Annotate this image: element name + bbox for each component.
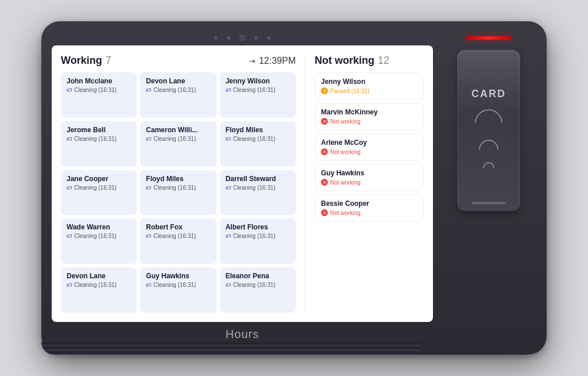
task-label: Cleaning (16:31) [74, 136, 117, 142]
employee-card[interactable]: Darrell Steward 🏷 Cleaning (16:31) [220, 170, 296, 216]
employee-card[interactable]: John Mcclane 🏷 Cleaning (16:31) [61, 72, 137, 118]
tag-icon: 🏷 [146, 233, 152, 239]
tag-icon: 🏷 [146, 87, 152, 93]
task-label: Cleaning (16:31) [74, 233, 117, 239]
status-dot: ⏸ [321, 87, 328, 94]
tag-icon: 🏷 [226, 136, 231, 142]
employee-card[interactable]: Floyd Miles 🏷 Cleaning (16:31) [140, 170, 216, 216]
tag-icon: 🏷 [67, 136, 72, 142]
employee-card[interactable]: Jane Cooper 🏷 Cleaning (16:31) [61, 170, 137, 216]
status-text: Not working [330, 179, 361, 186]
employee-task: 🏷 Cleaning (16:31) [146, 87, 210, 93]
working-section: Working 7 ⇥ 12:39PM John Mcclane 🏷 Clean… [61, 55, 296, 313]
employee-name: Floyd Miles [146, 175, 210, 183]
status-dot: ✕ [321, 179, 328, 186]
task-label: Cleaning (16:31) [233, 282, 276, 288]
task-label: Cleaning (16:31) [233, 87, 276, 93]
employee-task: 🏷 Cleaning (16:31) [67, 233, 131, 239]
tag-icon: 🏷 [226, 282, 231, 288]
task-label: Cleaning (16:31) [153, 185, 196, 191]
nw-employee-name: Jenny Wilson [321, 78, 417, 86]
task-label: Cleaning (16:31) [74, 282, 117, 288]
nw-status: ✕ Not working [321, 148, 417, 155]
task-label: Cleaning (16:31) [74, 185, 117, 191]
tag-icon: 🏷 [146, 185, 152, 191]
employee-card[interactable]: Robert Fox 🏷 Cleaning (16:31) [140, 218, 216, 264]
task-label: Cleaning (16:31) [233, 185, 276, 191]
working-title: Working [61, 55, 102, 67]
employee-name: Wade Warren [67, 223, 131, 231]
employee-grid: John Mcclane 🏷 Cleaning (16:31) Devon La… [61, 72, 296, 313]
employee-card[interactable]: Floyd Miles 🏷 Cleaning (16:31) [220, 121, 296, 167]
employee-name: Darrell Steward [226, 175, 290, 183]
nw-employee-name: Bessie Cooper [321, 199, 417, 208]
employee-name: Floyd Miles [226, 126, 290, 134]
card-reader[interactable]: CARD [457, 50, 520, 211]
employee-card[interactable]: Albert Flores 🏷 Cleaning (16:31) [220, 218, 296, 264]
tag-icon: 🏷 [67, 87, 72, 93]
working-header: Working 7 ⇥ 12:39PM [61, 55, 296, 67]
time-area: ⇥ 12:39PM [249, 56, 296, 66]
not-working-count: 12 [378, 55, 389, 67]
camera-dot-1 [214, 36, 218, 40]
not-working-list: Jenny Wilson ⏸ Paused (16:31) Marvin McK… [315, 72, 424, 313]
red-indicator [466, 36, 512, 40]
card-section: CARD [433, 32, 536, 344]
employee-card[interactable]: Jerome Bell 🏷 Cleaning (16:31) [61, 121, 137, 167]
not-working-card[interactable]: Guy Hawkins ✕ Not working [315, 164, 424, 191]
employee-name: Jerome Bell [67, 126, 131, 134]
tag-icon: 🏷 [226, 233, 231, 239]
employee-card[interactable]: Cameron Willi... 🏷 Cleaning (16:31) [140, 121, 216, 167]
status-text: Paused (16:31) [330, 88, 369, 94]
employee-name: Eleanor Pena [226, 272, 290, 280]
not-working-card[interactable]: Bessie Cooper ✕ Not working [315, 194, 424, 221]
task-label: Cleaning (16:31) [153, 87, 196, 93]
employee-task: 🏷 Cleaning (16:31) [226, 136, 290, 142]
wave-inner [481, 159, 497, 175]
employee-card[interactable]: Eleanor Pena 🏷 Cleaning (16:31) [220, 267, 296, 313]
employee-card[interactable]: Devon Lane 🏷 Cleaning (16:31) [61, 267, 137, 313]
camera-bar [52, 32, 433, 45]
employee-task: 🏷 Cleaning (16:31) [226, 185, 290, 191]
employee-name: Devon Lane [67, 272, 131, 280]
employee-task: 🏷 Cleaning (16:31) [226, 233, 290, 239]
status-text: Not working [330, 149, 361, 155]
task-label: Cleaning (16:31) [153, 136, 196, 142]
not-working-title: Not working [315, 55, 374, 67]
camera-dot-3 [254, 36, 258, 40]
nw-status: ✕ Not working [321, 209, 417, 216]
task-label: Cleaning (16:31) [233, 233, 276, 239]
card-label: CARD [471, 88, 506, 100]
not-working-card[interactable]: Marvin McKinney ✕ Not working [315, 103, 424, 130]
employee-task: 🏷 Cleaning (16:31) [226, 87, 290, 93]
wave-outer [469, 103, 508, 143]
nw-status: ✕ Not working [321, 118, 417, 125]
not-working-card[interactable]: Jenny Wilson ⏸ Paused (16:31) [315, 72, 424, 99]
wifi-waves [475, 109, 502, 174]
status-dot: ✕ [321, 148, 328, 155]
nw-employee-name: Arlene McCoy [321, 139, 417, 147]
nw-status: ✕ Not working [321, 179, 417, 186]
tag-icon: 🏷 [67, 282, 72, 288]
employee-card[interactable]: Guy Hawkins 🏷 Cleaning (16:31) [140, 267, 216, 313]
employee-name: Jane Cooper [67, 175, 131, 183]
employee-task: 🏷 Cleaning (16:31) [67, 87, 131, 93]
tag-icon: 🏷 [146, 282, 152, 288]
employee-card[interactable]: Devon Lane 🏷 Cleaning (16:31) [140, 72, 216, 118]
status-dot: ✕ [321, 209, 328, 216]
employee-card[interactable]: Jenny Wilson 🏷 Cleaning (16:31) [220, 72, 296, 118]
not-working-card[interactable]: Arlene McCoy ✕ Not working [315, 133, 424, 160]
screen-content: Working 7 ⇥ 12:39PM John Mcclane 🏷 Clean… [52, 45, 433, 322]
time-display: 12:39PM [259, 56, 296, 66]
employee-card[interactable]: Wade Warren 🏷 Cleaning (16:31) [61, 218, 137, 264]
employee-name: Cameron Willi... [146, 126, 210, 134]
employee-task: 🏷 Cleaning (16:31) [67, 185, 131, 191]
task-label: Cleaning (16:31) [74, 87, 117, 93]
card-bottom-strip [471, 202, 506, 204]
tag-icon: 🏷 [67, 185, 72, 191]
nw-employee-name: Guy Hawkins [321, 169, 417, 177]
nw-employee-name: Marvin McKinney [321, 108, 417, 116]
employee-task: 🏷 Cleaning (16:31) [146, 233, 210, 239]
tag-icon: 🏷 [67, 233, 72, 239]
not-working-header: Not working 12 [315, 55, 424, 67]
